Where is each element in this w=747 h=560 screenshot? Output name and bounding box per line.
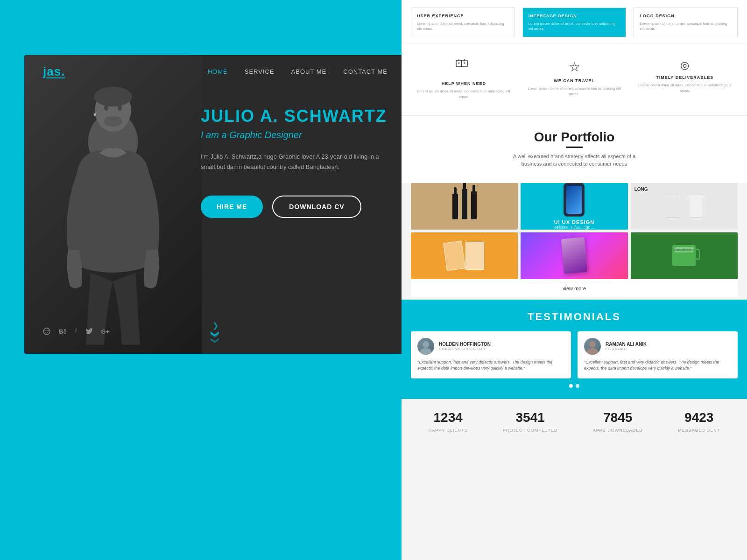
- nav-item-home[interactable]: HOME: [208, 67, 228, 76]
- phone-visual: [564, 183, 585, 217]
- hero-subtitle: I am a Graphic Designer: [201, 130, 388, 140]
- svg-point-12: [458, 63, 460, 64]
- stat-projects: 3541 PROJECT COMPLETED: [503, 410, 557, 434]
- testimonial-name-2: RAMJAN ALI ANIK: [606, 342, 647, 347]
- portfolio-grid: UI UX DESIGN website : ui/ux, logo ... L…: [411, 183, 738, 279]
- services-icons-row: HELP WHEN NEED Lorem ipsum dolor sit ame…: [402, 43, 747, 115]
- portfolio-item-shirts[interactable]: LONG: [631, 183, 738, 230]
- bottles-visual: [451, 189, 479, 223]
- right-panel: USER EXPERIENCE Lorem ipsum dolor sit am…: [402, 0, 747, 560]
- view-more-link[interactable]: view more: [563, 286, 586, 291]
- facebook-icon[interactable]: f: [75, 328, 77, 335]
- service-travel-desc: Lorem ipsum dolor sit amet, consecte tue…: [526, 86, 623, 96]
- testimonial-text-1: "Excellent support, fast and very didact…: [417, 359, 564, 372]
- service-title-logo: LOGO DESIGN: [640, 14, 732, 18]
- svg-point-14: [423, 341, 429, 348]
- svg-point-16: [589, 341, 596, 348]
- travel-icon: ☆: [526, 59, 623, 75]
- svg-point-13: [464, 63, 465, 64]
- logo: jas.: [43, 64, 65, 79]
- stat-clients-label: HAPPY CLIENTS: [429, 428, 468, 433]
- help-icon: [416, 59, 512, 77]
- dot-2[interactable]: [576, 384, 579, 388]
- service-help-desc: Lorem ipsum dolor sit amet, consecte tue…: [416, 89, 512, 99]
- services-strip: USER EXPERIENCE Lorem ipsum dolor sit am…: [402, 0, 747, 43]
- gradient-visual: [521, 232, 627, 279]
- testimonials-row: HOLDEN HOFFINGTON CREATIVE DIRECTOR "Exc…: [411, 331, 738, 378]
- stat-projects-label: PROJECT COMPLETED: [503, 428, 557, 433]
- service-timely: ◎ TIMELY DELIVERABLES Lorem ipsum dolor …: [632, 55, 738, 104]
- behance-icon[interactable]: Bē: [59, 328, 67, 335]
- service-help-title: HELP WHEN NEED: [416, 81, 512, 86]
- hero-content: JULIO A. SCHWARTZ I am a Graphic Designe…: [201, 106, 388, 246]
- stat-messages-label: MESSAGES SENT: [678, 428, 720, 433]
- svg-point-7: [43, 328, 50, 335]
- service-timely-desc: Lorem ipsum dolor sit amet, consecte tue…: [636, 83, 733, 93]
- testimonial-role-1: CREATIVE DIRECTOR: [439, 347, 491, 351]
- googleplus-icon[interactable]: G+: [101, 328, 110, 335]
- nav-item-about[interactable]: ABOUT ME: [291, 67, 327, 76]
- service-title-interface: INTERFACE DESIGN: [529, 14, 620, 18]
- portfolio-item-bottles[interactable]: [411, 183, 518, 230]
- hire-me-button[interactable]: HIRE ME: [201, 196, 263, 218]
- portfolio-item-mug[interactable]: GoodMockup: [631, 232, 738, 279]
- portfolio-item-brochure[interactable]: [411, 232, 518, 279]
- portfolio-title-underline: [566, 147, 583, 148]
- service-travel-title: WE CAN TRAVEL: [526, 78, 623, 83]
- testimonial-header-1: HOLDEN HOFFINGTON CREATIVE DIRECTOR: [417, 338, 564, 355]
- dribbble-icon[interactable]: [43, 328, 50, 335]
- testimonial-avatar-1: [417, 338, 434, 355]
- testimonial-role-2: FOUNDER: [606, 347, 647, 351]
- portfolio-description: A well-executed brand strategy affects a…: [509, 153, 640, 168]
- testimonial-card-2: RAMJAN ALI ANIK FOUNDER "Excellent suppo…: [578, 331, 738, 378]
- stat-messages-number: 9423: [678, 410, 720, 425]
- service-card-ux: USER EXPERIENCE Lorem ipsum dolor sit am…: [411, 7, 515, 37]
- scroll-down-icon[interactable]: ❯ ❯: [212, 331, 219, 343]
- service-travel: ☆ WE CAN TRAVEL Lorem ipsum dolor sit am…: [521, 55, 627, 104]
- download-cv-button[interactable]: DOWNLOAD CV: [272, 196, 361, 218]
- hero-name: JULIO A. SCHWARTZ: [201, 106, 388, 126]
- hero-buttons: HIRE ME DOWNLOAD CV: [201, 196, 388, 218]
- view-more-section: view more: [411, 279, 738, 297]
- twitter-icon[interactable]: [85, 328, 93, 335]
- svg-point-5: [104, 116, 122, 127]
- svg-point-17: [587, 348, 598, 355]
- hero-image: [24, 55, 202, 354]
- stat-projects-number: 3541: [503, 410, 557, 425]
- timely-icon: ◎: [636, 59, 733, 71]
- page-wrapper: jas. HOME SERVICE ABOUT ME CONTACT ME: [0, 0, 747, 560]
- svg-point-3: [104, 105, 109, 111]
- social-icons: Bē f G+: [43, 328, 109, 335]
- portfolio-title: Our Portfolio: [411, 130, 738, 145]
- svg-point-4: [118, 105, 122, 111]
- mug-visual: GoodMockup: [672, 245, 696, 266]
- navigation: jas. HOME SERVICE ABOUT ME CONTACT ME: [24, 55, 406, 88]
- stat-clients: 1234 HAPPY CLIENTS: [429, 410, 468, 434]
- testimonial-pagination: [411, 384, 738, 388]
- service-card-interface: INTERFACE DESIGN Lorem ipsum dolor sit a…: [522, 7, 627, 37]
- testimonial-card-1: HOLDEN HOFFINGTON CREATIVE DIRECTOR "Exc…: [411, 331, 571, 378]
- portfolio-item-gradient[interactable]: [521, 232, 627, 279]
- portfolio-item-uiux[interactable]: UI UX DESIGN website : ui/ux, logo ...: [521, 183, 627, 230]
- uiux-sublabel: website : ui/ux, logo ...: [553, 225, 595, 230]
- testimonial-avatar-2: [584, 338, 601, 355]
- dot-1[interactable]: [569, 384, 573, 388]
- uiux-label: UI UX DESIGN: [553, 219, 595, 225]
- svg-point-6: [93, 113, 96, 116]
- stat-messages: 9423 MESSAGES SENT: [678, 410, 720, 434]
- service-desc-interface: Lorem ipsum dolor sit amet, consecte tue…: [529, 21, 620, 31]
- service-desc-ux: Lorem ipsum dolor sit amet, consecte tue…: [417, 21, 509, 31]
- service-desc-logo: Lorem ipsum dolor sit amet, consecte tue…: [640, 21, 732, 31]
- shirt-label: LONG: [634, 187, 648, 192]
- service-timely-title: TIMELY DELIVERABLES: [636, 75, 733, 80]
- service-help: HELP WHEN NEED Lorem ipsum dolor sit ame…: [411, 55, 517, 104]
- stat-apps-number: 7845: [593, 410, 643, 425]
- svg-point-2: [94, 87, 132, 107]
- service-card-logo: LOGO DESIGN Lorem ipsum dolor sit amet, …: [634, 7, 738, 37]
- testimonial-name-1: HOLDEN HOFFINGTON: [439, 342, 491, 347]
- nav-item-contact[interactable]: CONTACT ME: [343, 67, 388, 76]
- service-title-ux: USER EXPERIENCE: [417, 14, 509, 18]
- nav-item-service[interactable]: SERVICE: [245, 67, 275, 76]
- stat-apps-label: APPS DOWNLOADED: [593, 428, 643, 433]
- hero-panel: jas. HOME SERVICE ABOUT ME CONTACT ME: [24, 55, 406, 354]
